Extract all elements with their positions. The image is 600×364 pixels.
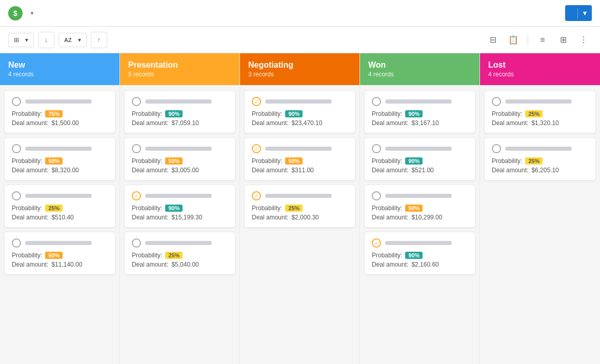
card-deal-row: Deal amount: $1,320.10 xyxy=(492,119,588,127)
deal-amount-label: Deal amount: xyxy=(252,214,288,221)
card-name-bar xyxy=(145,99,212,104)
column-title-lost: Lost xyxy=(488,60,592,70)
card-probability-row: Probability: 25% xyxy=(132,252,228,259)
list-item[interactable]: ✓ Probability: 90% Deal amount: $15,199.… xyxy=(124,185,235,228)
column-cards-lost: Probability: 25% Deal amount: $1,320.10 … xyxy=(480,85,600,364)
card-check[interactable] xyxy=(132,144,141,153)
compact-view-icon[interactable]: ⊟ xyxy=(485,32,501,48)
list-item[interactable]: Probability: 90% Deal amount: $3,167.10 xyxy=(364,90,475,133)
card-check[interactable]: ✓ xyxy=(132,191,141,200)
card-check[interactable]: ✓ xyxy=(372,238,381,248)
probability-badge: 90% xyxy=(405,110,423,117)
probability-label: Probability: xyxy=(492,110,522,117)
list-item[interactable]: Probability: 90% Deal amount: $521.00 xyxy=(364,137,475,180)
probability-badge: 25% xyxy=(285,205,303,212)
probability-badge: 25% xyxy=(45,205,63,212)
probability-label: Probability: xyxy=(12,205,42,212)
list-item[interactable]: Probability: 90% Deal amount: $7,059.10 xyxy=(124,90,235,133)
card-check[interactable]: ✓ xyxy=(252,191,261,200)
new-button-dropdown[interactable]: ▾ xyxy=(578,5,592,21)
card-deal-row: Deal amount: $311.00 xyxy=(252,167,348,174)
sort-selector[interactable]: AZ ▾ xyxy=(58,33,87,47)
table-view-icon[interactable]: 📋 xyxy=(505,32,522,48)
view-selector[interactable]: ⊞ ▾ xyxy=(8,33,34,47)
list-item[interactable]: ✓ Probability: 90% Deal amount: $2,160.6… xyxy=(364,232,475,275)
deal-amount-label: Deal amount: xyxy=(132,214,168,221)
card-header xyxy=(492,144,588,153)
probability-label: Probability: xyxy=(12,110,42,117)
sort-asc-button[interactable]: ↑ xyxy=(91,32,107,48)
column-title-new: New xyxy=(8,60,111,70)
card-probability-row: Probability: 25% xyxy=(12,205,108,212)
probability-badge: 90% xyxy=(165,205,183,212)
filter-icon[interactable]: ≡ xyxy=(534,32,551,48)
card-header xyxy=(12,238,108,248)
deal-amount-label: Deal amount: xyxy=(252,119,288,127)
column-title-presentation: Presentation xyxy=(128,60,231,70)
list-item[interactable]: Probability: 50% Deal amount: $11,140.00 xyxy=(4,232,115,275)
list-item[interactable]: Probability: 50% Deal amount: $3,005.00 xyxy=(124,137,235,180)
card-check[interactable] xyxy=(372,97,381,106)
column-subtitle-lost: 4 records xyxy=(488,71,592,78)
card-check[interactable] xyxy=(12,191,21,200)
card-check[interactable] xyxy=(492,97,501,106)
deal-amount-label: Deal amount: xyxy=(492,119,528,127)
deal-amount-label: Deal amount: xyxy=(12,261,48,268)
deal-amount-value: $8,320.00 xyxy=(51,167,78,174)
columns-icon[interactable]: ⊞ xyxy=(555,32,571,48)
list-item[interactable]: ✓ Probability: 25% Deal amount: $2,000.3… xyxy=(244,185,355,228)
kanban-board: New 4 records Probability: 75% Deal amou… xyxy=(0,53,600,364)
sort-direction-button[interactable]: ↓ xyxy=(38,32,54,48)
column-header-lost: Lost 4 records xyxy=(480,53,600,85)
probability-label: Probability: xyxy=(252,110,282,117)
more-options-icon[interactable]: ⋮ xyxy=(575,32,592,48)
column-cards-won: Probability: 90% Deal amount: $3,167.10 … xyxy=(360,85,479,364)
list-item[interactable]: Probability: 50% Deal amount: $8,320.00 xyxy=(4,137,115,180)
list-item[interactable]: Probability: 25% Deal amount: $6,205.10 xyxy=(484,137,596,180)
list-item[interactable]: Probability: 50% Deal amount: $10,299.00 xyxy=(364,185,475,228)
logo-icon: $ xyxy=(8,6,23,21)
sort-dropdown-icon: ▾ xyxy=(78,36,81,44)
deal-amount-value: $3,005.00 xyxy=(171,167,198,174)
probability-badge: 50% xyxy=(45,157,63,165)
list-item[interactable]: ✓ Probability: 50% Deal amount: $311.00 xyxy=(244,137,355,180)
card-header xyxy=(372,144,468,153)
card-probability-row: Probability: 50% xyxy=(372,205,468,212)
card-check[interactable] xyxy=(372,191,381,200)
list-item[interactable]: Probability: 25% Deal amount: $1,320.10 xyxy=(484,90,596,133)
card-check[interactable] xyxy=(12,97,21,106)
probability-badge: 25% xyxy=(165,252,183,259)
card-name-bar xyxy=(385,194,452,198)
card-header xyxy=(372,97,468,106)
list-item[interactable]: Probability: 25% Deal amount: $5,040.00 xyxy=(124,232,235,275)
list-item[interactable]: ✓ Probability: 90% Deal amount: $23,470.… xyxy=(244,90,355,133)
probability-label: Probability: xyxy=(372,157,402,165)
list-item[interactable]: Probability: 25% Deal amount: $510.40 xyxy=(4,185,115,228)
deal-amount-label: Deal amount: xyxy=(372,119,408,127)
card-check[interactable]: ✓ xyxy=(252,144,261,153)
card-probability-row: Probability: 50% xyxy=(12,157,108,165)
card-deal-row: Deal amount: $7,059.10 xyxy=(132,119,228,127)
list-item[interactable]: Probability: 75% Deal amount: $1,500.00 xyxy=(4,90,115,133)
card-deal-row: Deal amount: $2,160.60 xyxy=(372,261,468,268)
probability-badge: 50% xyxy=(45,252,63,259)
card-probability-row: Probability: 25% xyxy=(492,110,588,117)
probability-label: Probability: xyxy=(132,205,162,212)
deal-amount-value: $23,470.10 xyxy=(291,119,322,127)
card-deal-row: Deal amount: $11,140.00 xyxy=(12,261,108,268)
card-check[interactable] xyxy=(372,144,381,153)
new-button[interactable] xyxy=(565,9,577,17)
card-check[interactable] xyxy=(12,238,21,248)
card-header xyxy=(372,191,468,200)
column-negotiating: Negotiating 3 records ✓ Probability: 90%… xyxy=(240,53,360,364)
probability-label: Probability: xyxy=(492,157,522,165)
card-check[interactable] xyxy=(132,97,141,106)
deal-amount-label: Deal amount: xyxy=(12,167,48,174)
pipeline-dropdown-icon[interactable]: ▾ xyxy=(31,10,33,16)
card-check[interactable] xyxy=(492,144,501,153)
deal-amount-value: $1,500.00 xyxy=(51,119,78,127)
card-check[interactable] xyxy=(132,238,141,248)
deal-amount-value: $7,059.10 xyxy=(171,119,198,127)
card-check[interactable] xyxy=(12,144,21,153)
card-check[interactable]: ✓ xyxy=(252,97,261,106)
